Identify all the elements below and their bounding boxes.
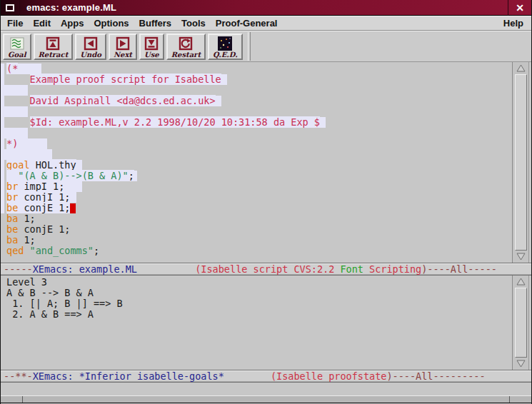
minibuffer[interactable] — [1, 383, 531, 395]
toolbar: GoalRetractUndoNextUseRestartQ.E.D. — [1, 31, 531, 62]
xemacs-window: emacs: example.ML ✕ FileEditAppsOptionsB… — [0, 0, 532, 404]
modeline-segment: (Isabelle script CVS:2.2 — [195, 263, 340, 275]
scrollbar-up-arrow-icon[interactable] — [514, 63, 527, 74]
script-line — [1, 149, 512, 160]
toolbar-button-next[interactable]: Next — [109, 34, 137, 60]
retract-icon — [46, 36, 60, 51]
titlebar[interactable]: emacs: example.ML ✕ — [1, 0, 531, 16]
script-line: "(A & B)-->(B & A)"; — [1, 171, 512, 181]
scrollbar-goals[interactable] — [512, 276, 528, 370]
menu-items: FileEditAppsOptionsBuffersToolsProof-Gen… — [1, 18, 282, 29]
goals-line: Level 3 — [1, 277, 512, 288]
use-icon — [144, 36, 159, 51]
toolbar-button-label: Restart — [171, 51, 201, 59]
script-line: ba 1; — [1, 235, 512, 246]
modeline-segment: XEmacs: *Inferior isabelle-goals* — [33, 370, 224, 382]
toolbar-button-goal[interactable]: Goal — [3, 34, 31, 60]
toolbar-button-label: Goal — [8, 51, 26, 59]
menu-item-help[interactable]: Help — [498, 18, 531, 29]
modeline-segment: )----All----- — [421, 263, 497, 275]
script-line: br impI 1; — [1, 181, 512, 192]
restart-icon — [179, 36, 193, 51]
scrollbar-thumb[interactable] — [515, 288, 527, 358]
goal-script-icon — [10, 36, 24, 51]
resize-handle-divider — [509, 396, 510, 403]
script-line: ba 1; — [1, 213, 512, 224]
frame-right-edge — [528, 276, 531, 370]
goals-line: 2. A & B ==> A — [1, 309, 512, 320]
menu-item-options[interactable]: Options — [89, 18, 134, 29]
qed-icon — [218, 36, 232, 51]
script-line: David Aspinall <da@dcs.ed.ac.uk> — [1, 96, 512, 106]
script-line — [1, 128, 512, 138]
menu-item-proof-general[interactable]: Proof-General — [211, 18, 283, 29]
modeline-segment — [224, 370, 271, 382]
toolbar-button-label: Undo — [80, 51, 101, 59]
modeline-segment: ----- — [4, 263, 33, 275]
toolbar-button-use[interactable]: Use — [139, 34, 164, 60]
modeline-goals[interactable]: --**-XEmacs: *Inferior isabelle-goals* (… — [1, 370, 531, 383]
scrollbar-script[interactable] — [512, 62, 528, 263]
window-menu-icon[interactable] — [1, 0, 20, 16]
goals-line: A & B --> B & A — [1, 288, 512, 298]
scrollbar-up-arrow-icon[interactable] — [514, 276, 527, 287]
goals-line: 1. [| A; B |] ==> B — [1, 298, 512, 309]
text-cursor — [70, 203, 76, 213]
script-line: goal HOL.thy — [1, 160, 512, 171]
scrollbar-down-arrow-icon[interactable] — [514, 251, 527, 262]
goals-buffer[interactable]: Level 3A & B --> B & A 1. [| A; B |] ==>… — [1, 276, 512, 370]
modeline-script[interactable]: -----XEmacs: example.ML (Isabelle script… — [1, 263, 531, 276]
toolbar-button-restart[interactable]: Restart — [166, 34, 206, 60]
toolbar-button-q-e-d[interactable]: Q.E.D. — [208, 34, 243, 60]
resize-handle-bar[interactable] — [1, 395, 531, 403]
modeline-segment — [137, 263, 195, 275]
toolbar-button-label: Retract — [39, 51, 69, 59]
scrollbar-thumb[interactable] — [515, 74, 527, 251]
script-line: be conjE 1; — [1, 203, 512, 213]
modeline-segment: --**- — [4, 370, 33, 382]
script-buffer[interactable]: (* Example proof script for Isabelle Dav… — [1, 62, 512, 263]
script-line: (* — [1, 64, 512, 74]
menu-item-tools[interactable]: Tools — [176, 18, 211, 29]
menu-item-file[interactable]: File — [2, 18, 28, 29]
close-button[interactable]: ✕ — [508, 0, 531, 16]
toolbar-button-label: Use — [144, 51, 159, 59]
modeline-segment: XEmacs: example.ML — [33, 263, 137, 275]
script-line: br conjI 1; — [1, 192, 512, 203]
resize-handle-divider — [22, 396, 23, 403]
toolbar-divider — [248, 32, 251, 61]
window-menu-square-icon — [6, 4, 14, 11]
modeline-segment: )----All--------- — [386, 370, 485, 382]
toolbar-button-undo[interactable]: Undo — [75, 34, 106, 60]
frame-right-edge — [528, 62, 531, 263]
script-line: *) — [1, 138, 512, 149]
next-icon — [116, 36, 130, 51]
modeline-segment: Font — [340, 263, 363, 275]
menubar: FileEditAppsOptionsBuffersToolsProof-Gen… — [1, 16, 531, 31]
toolbar-button-retract[interactable]: Retract — [34, 34, 74, 60]
menu-item-apps[interactable]: Apps — [56, 18, 89, 29]
script-line: Example proof script for Isabelle — [1, 74, 512, 85]
script-line: $Id: example.ML,v 2.2 1998/10/20 10:31:5… — [1, 117, 512, 128]
script-line: qed "and_comms"; — [1, 246, 512, 256]
script-line — [1, 106, 512, 117]
undo-icon — [84, 36, 98, 51]
menu-item-edit[interactable]: Edit — [28, 18, 56, 29]
modeline-segment: Scripting — [363, 263, 421, 275]
toolbar-button-label: Next — [114, 51, 132, 59]
modeline-segment: (Isabelle proofstate — [271, 370, 387, 382]
toolbar-button-label: Q.E.D. — [213, 51, 238, 59]
script-line — [1, 85, 512, 96]
script-line: be conjE 1; — [1, 224, 512, 235]
window-title: emacs: example.ML — [20, 2, 508, 13]
menu-item-buffers[interactable]: Buffers — [134, 18, 177, 29]
scrollbar-down-arrow-icon[interactable] — [514, 358, 527, 369]
